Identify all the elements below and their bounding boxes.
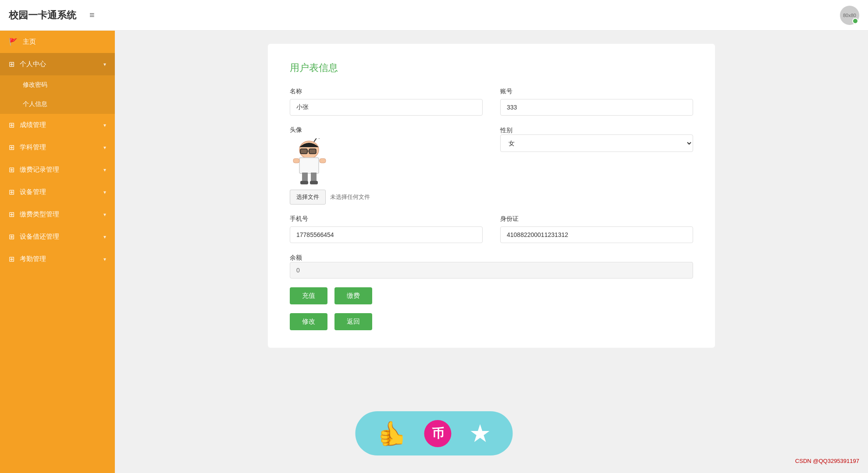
fee-record-icon: ⊞ <box>9 166 14 174</box>
sidebar-item-change-pwd[interactable]: 修改密码 <box>0 75 115 95</box>
star-icon[interactable]: ★ <box>469 419 491 448</box>
svg-rect-3 <box>300 149 307 154</box>
fee-type-icon: ⊞ <box>9 210 14 219</box>
sidebar: 🚩 主页 ⊞ 个人中心 ▾ 修改密码 个人信息 ⊞ 成绩管理 ▾ ⊞ 学科管理 … <box>0 31 115 473</box>
device-borrow-icon: ⊞ <box>9 233 14 241</box>
avatar-label: 头像 <box>290 126 483 134</box>
user-avatar[interactable]: 80x80 <box>840 6 859 25</box>
modify-button[interactable]: 修改 <box>290 313 327 330</box>
device-arrow-icon: ▾ <box>103 189 106 195</box>
svg-rect-6 <box>299 158 319 173</box>
sidebar-label-home: 主页 <box>23 38 106 46</box>
sidebar-item-device-borrow[interactable]: ⊞ 设备借还管理 ▾ <box>0 226 115 248</box>
form-title: 用户表信息 <box>290 61 693 74</box>
svg-line-0 <box>314 138 317 142</box>
home-icon: 🚩 <box>9 38 18 46</box>
coin-icon[interactable]: 币 <box>424 420 452 447</box>
avatar-gender-row: 头像 <box>290 126 693 205</box>
recharge-pay-row: 充值 缴费 <box>290 287 693 304</box>
device-icon: ⊞ <box>9 188 14 196</box>
sidebar-item-grade[interactable]: ⊞ 成绩管理 ▾ <box>0 114 115 136</box>
sidebar-item-home[interactable]: 🚩 主页 <box>0 31 115 53</box>
svg-rect-4 <box>309 149 316 154</box>
file-choose-button[interactable]: 选择文件 <box>290 190 326 205</box>
name-account-row: 名称 账号 <box>290 88 693 116</box>
device-borrow-arrow-icon: ▾ <box>103 234 106 240</box>
svg-rect-11 <box>300 181 308 184</box>
grade-arrow-icon: ▾ <box>103 122 106 128</box>
coin-label: 币 <box>432 425 444 442</box>
app-title: 校园一卡通系统 <box>9 9 76 22</box>
sidebar-label-subject: 学科管理 <box>20 143 103 152</box>
subject-arrow-icon: ▾ <box>103 145 106 151</box>
sidebar-item-fee-record[interactable]: ⊞ 缴费记录管理 ▾ <box>0 159 115 181</box>
sidebar-label-fee-type: 缴费类型管理 <box>20 210 103 219</box>
watermark: CSDN @QQ3295391197 <box>795 458 859 464</box>
personal-info-label: 个人信息 <box>23 100 47 108</box>
file-upload-area: 选择文件 未选择任何文件 <box>290 190 483 205</box>
sidebar-item-fee-type[interactable]: ⊞ 缴费类型管理 ▾ <box>0 203 115 226</box>
svg-rect-12 <box>310 181 318 184</box>
sidebar-label-attendance: 考勤管理 <box>20 255 103 263</box>
phone-group: 手机号 <box>290 215 483 243</box>
avatar-text: 80x80 <box>843 13 856 18</box>
floating-action-bar: 👍 币 ★ <box>356 411 513 455</box>
name-group: 名称 <box>290 88 483 116</box>
account-input[interactable] <box>500 99 693 116</box>
phone-input[interactable] <box>290 226 483 243</box>
sidebar-item-device[interactable]: ⊞ 设备管理 ▾ <box>0 181 115 203</box>
svg-rect-10 <box>311 173 317 182</box>
menu-toggle-icon[interactable]: ≡ <box>89 10 95 20</box>
pay-button[interactable]: 缴费 <box>334 287 372 304</box>
avatar-group: 头像 <box>290 126 483 205</box>
attendance-icon: ⊞ <box>9 255 14 263</box>
svg-rect-9 <box>302 173 308 182</box>
avatar-cartoon <box>290 138 329 184</box>
id-label: 身份证 <box>500 215 693 223</box>
header: 校园一卡通系统 ≡ 80x80 <box>0 0 868 31</box>
gender-label: 性别 <box>500 127 512 134</box>
personal-icon: ⊞ <box>9 60 14 68</box>
balance-label: 余额 <box>290 254 302 261</box>
main-layout: 🚩 主页 ⊞ 个人中心 ▾ 修改密码 个人信息 ⊞ 成绩管理 ▾ ⊞ 学科管理 … <box>0 31 868 473</box>
personal-arrow-icon: ▾ <box>103 61 106 67</box>
balance-input <box>290 262 693 279</box>
id-group: 身份证 <box>500 215 693 243</box>
modify-back-row: 修改 返回 <box>290 313 693 330</box>
sidebar-label-device: 设备管理 <box>20 188 103 196</box>
sidebar-label-grade: 成绩管理 <box>20 121 103 129</box>
sidebar-label-device-borrow: 设备借还管理 <box>20 233 103 241</box>
sidebar-label-fee-record: 缴费记录管理 <box>20 166 103 174</box>
file-no-select-label: 未选择任何文件 <box>330 193 370 201</box>
grade-icon: ⊞ <box>9 121 14 129</box>
phone-id-row: 手机号 身份证 <box>290 215 693 243</box>
gender-select[interactable]: 女 男 <box>500 134 693 152</box>
account-label: 账号 <box>500 88 693 95</box>
recharge-button[interactable]: 充值 <box>290 287 327 304</box>
sidebar-item-personal-info[interactable]: 个人信息 <box>0 95 115 114</box>
fee-type-arrow-icon: ▾ <box>103 212 106 218</box>
svg-rect-7 <box>293 159 299 163</box>
sidebar-item-personal[interactable]: ⊞ 个人中心 ▾ <box>0 53 115 75</box>
sidebar-item-attendance[interactable]: ⊞ 考勤管理 ▾ <box>0 248 115 270</box>
change-pwd-label: 修改密码 <box>23 81 47 89</box>
form-card: 用户表信息 名称 账号 头像 <box>268 44 715 348</box>
back-button[interactable]: 返回 <box>334 313 372 330</box>
balance-group: 余额 <box>290 254 693 279</box>
subject-icon: ⊞ <box>9 143 14 152</box>
name-label: 名称 <box>290 88 483 95</box>
phone-label: 手机号 <box>290 215 483 223</box>
gender-group: 性别 女 男 <box>500 126 693 205</box>
attendance-arrow-icon: ▾ <box>103 256 106 262</box>
fee-record-arrow-icon: ▾ <box>103 167 106 173</box>
name-input[interactable] <box>290 99 483 116</box>
id-input[interactable] <box>500 226 693 243</box>
svg-rect-8 <box>320 159 326 163</box>
main-content: 用户表信息 名称 账号 头像 <box>115 31 868 473</box>
sidebar-item-subject[interactable]: ⊞ 学科管理 ▾ <box>0 136 115 159</box>
account-group: 账号 <box>500 88 693 116</box>
sidebar-label-personal: 个人中心 <box>20 60 103 68</box>
thumbs-up-icon[interactable]: 👍 <box>377 420 407 447</box>
avatar-image-area <box>290 138 483 184</box>
